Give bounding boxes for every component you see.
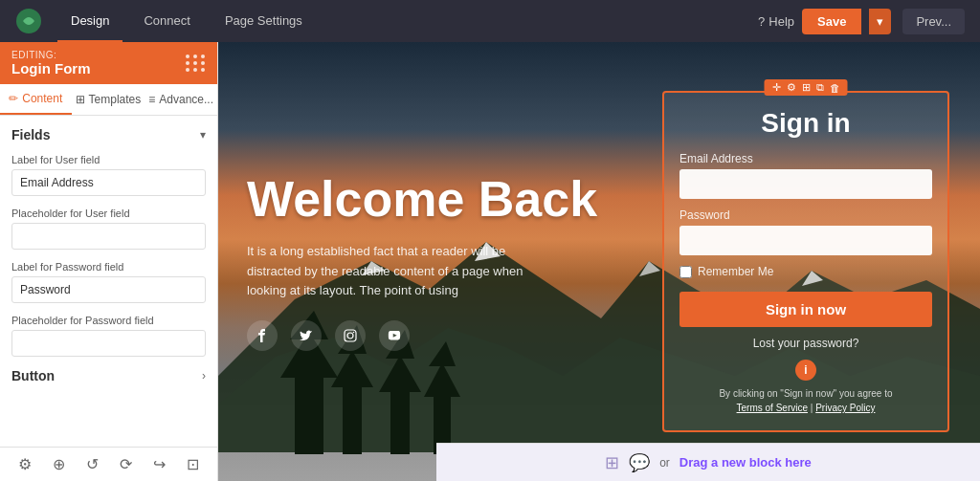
duplicate-icon[interactable]: ⧉: [816, 81, 824, 94]
sidebar-title-group: EDITING: Login Form: [11, 50, 91, 77]
info-icon-row: i: [679, 360, 932, 381]
lost-password-link[interactable]: Lost your password?: [679, 337, 932, 350]
tab-design[interactable]: Design: [57, 0, 122, 42]
settings-tool-icon[interactable]: ⚙: [787, 81, 796, 94]
password-placeholder-group: Placeholder for Password field: [11, 315, 206, 357]
password-placeholder-input[interactable]: [11, 330, 206, 357]
sidebar-form-title: Login Form: [11, 60, 91, 77]
facebook-icon[interactable]: [247, 320, 278, 351]
refresh-icon[interactable]: ⟳: [120, 455, 132, 473]
move-icon[interactable]: ✛: [772, 81, 781, 94]
tab-advanced[interactable]: ≡ Advance...: [145, 84, 217, 115]
delete-icon[interactable]: 🗑: [830, 82, 840, 94]
terms-of-service-link[interactable]: Terms of Service: [737, 403, 808, 413]
save-dropdown-button[interactable]: ▾: [869, 9, 891, 34]
canvas-area: Welcome Back It is a long established fa…: [218, 42, 980, 481]
or-text: or: [659, 456, 670, 470]
email-input[interactable]: [679, 169, 932, 199]
youtube-icon[interactable]: [379, 320, 410, 351]
left-content-area: Welcome Back It is a long established fa…: [218, 42, 662, 481]
remember-me-row: Remember Me: [679, 265, 932, 278]
bottom-bar: ⊞ 💬 or Drag a new block here: [436, 443, 980, 481]
canvas-content: Welcome Back It is a long established fa…: [218, 42, 980, 481]
fields-section-header: Fields ▾: [11, 127, 206, 142]
password-label-label: Label for Password field: [11, 261, 206, 273]
tab-page-settings[interactable]: Page Settings: [212, 0, 316, 42]
button-collapse-arrow[interactable]: ›: [202, 369, 206, 383]
email-label: Email Address: [679, 152, 932, 165]
fields-section-title: Fields: [11, 127, 50, 142]
tab-templates[interactable]: ⊞ Templates: [72, 84, 145, 115]
password-label: Password: [679, 208, 932, 222]
advanced-icon: ≡: [148, 93, 155, 106]
settings-icon[interactable]: ⚙: [18, 455, 32, 473]
social-icons-row: [247, 320, 634, 351]
dots-grid-button[interactable]: [186, 55, 206, 72]
info-circle-icon[interactable]: i: [795, 360, 816, 381]
main-layout: EDITING: Login Form ✏ Content ⊞ Template…: [0, 42, 980, 481]
login-form-panel: ✛ ⚙ ⊞ ⧉ 🗑 Sign in Email Address Password: [662, 91, 949, 432]
sign-in-button[interactable]: Sign in now: [679, 292, 932, 327]
app-logo: [15, 8, 42, 34]
user-label-input[interactable]: [11, 169, 206, 196]
block-grid-icon[interactable]: ⊞: [605, 452, 619, 473]
preview-button[interactable]: Prev...: [902, 9, 965, 34]
user-placeholder-label: Placeholder for User field: [11, 208, 206, 219]
password-label-group: Label for Password field: [11, 261, 206, 303]
form-title: Sign in: [679, 108, 932, 139]
user-placeholder-input[interactable]: [11, 223, 206, 250]
instagram-icon[interactable]: [335, 320, 366, 351]
save-button[interactable]: Save: [802, 9, 861, 34]
form-toolbar: ✛ ⚙ ⊞ ⧉ 🗑: [765, 79, 848, 96]
password-label-input[interactable]: [11, 276, 206, 303]
pencil-icon: ✏: [9, 92, 18, 105]
drag-block-text[interactable]: Drag a new block here: [679, 455, 812, 470]
welcome-title: Welcome Back: [247, 172, 634, 227]
tab-connect[interactable]: Connect: [130, 0, 203, 42]
privacy-policy-link[interactable]: Privacy Policy: [815, 403, 875, 413]
terms-text: By clicking on "Sign in now" you agree t…: [679, 386, 932, 415]
copy-icon[interactable]: ⊞: [802, 81, 811, 94]
svg-point-12: [347, 333, 353, 339]
description-text: It is a long established fact that a rea…: [247, 242, 553, 301]
top-navigation: Design Connect Page Settings ? Help Save…: [0, 0, 980, 42]
password-input[interactable]: [679, 226, 932, 255]
svg-point-13: [353, 332, 355, 334]
user-label-label: Label for User field: [11, 154, 206, 165]
sidebar: EDITING: Login Form ✏ Content ⊞ Template…: [0, 42, 218, 481]
link-icon[interactable]: ⊕: [53, 455, 65, 473]
terms-separator: |: [811, 403, 813, 413]
remember-me-label: Remember Me: [698, 265, 773, 278]
help-label: Help: [768, 14, 794, 29]
tab-content[interactable]: ✏ Content: [0, 84, 72, 115]
sidebar-tabs: ✏ Content ⊞ Templates ≡ Advance...: [0, 84, 217, 116]
password-field-group: Password: [679, 208, 932, 255]
button-section-title: Button: [11, 368, 55, 383]
password-placeholder-label: Placeholder for Password field: [11, 315, 206, 326]
mobile-icon[interactable]: ⊡: [187, 455, 199, 473]
user-placeholder-group: Placeholder for User field: [11, 208, 206, 250]
fields-collapse-arrow[interactable]: ▾: [200, 128, 206, 142]
twitter-icon[interactable]: [291, 320, 322, 351]
user-label-group: Label for User field: [11, 154, 206, 196]
redo-icon[interactable]: ↪: [153, 455, 166, 473]
form-container: ✛ ⚙ ⊞ ⧉ 🗑 Sign in Email Address Password: [662, 42, 980, 481]
history-icon[interactable]: ↺: [86, 455, 99, 473]
sidebar-content: Fields ▾ Label for User field Placeholde…: [0, 116, 217, 447]
sidebar-header: EDITING: Login Form: [0, 42, 217, 84]
button-section: Button ›: [11, 368, 206, 383]
help-button[interactable]: ? Help: [758, 14, 794, 29]
remember-me-checkbox[interactable]: [679, 266, 692, 278]
svg-rect-11: [345, 330, 356, 341]
help-icon: ?: [758, 14, 765, 29]
template-icon: ⊞: [76, 93, 85, 106]
editing-label: EDITING:: [11, 50, 91, 60]
sidebar-bottom-bar: ⚙ ⊕ ↺ ⟳ ↪ ⊡: [0, 447, 217, 481]
email-field-group: Email Address: [679, 152, 932, 199]
block-bubble-icon[interactable]: 💬: [629, 452, 650, 473]
